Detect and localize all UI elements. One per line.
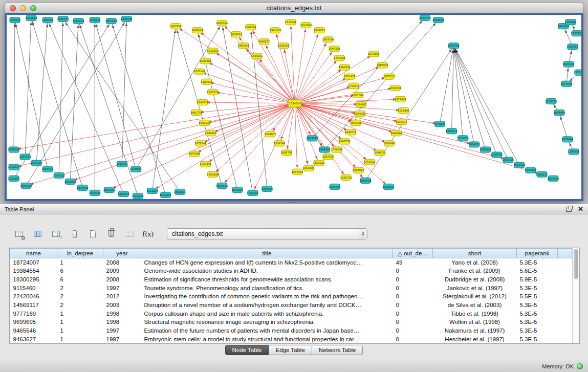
table-row[interactable]: 946362711997Embryonic stem cells: a mode… — [10, 335, 572, 343]
graph-node[interactable]: 1514544 — [274, 141, 285, 146]
graph-edge[interactable] — [25, 18, 31, 157]
table-cell[interactable]: 1997 — [103, 335, 141, 343]
graph-node[interactable]: 1275141 — [194, 69, 205, 74]
graph-node[interactable]: 1864233 — [469, 142, 480, 147]
graph-node[interactable]: 1895758 — [339, 139, 350, 144]
table-cell[interactable]: 2003 — [103, 301, 141, 310]
column-header[interactable]: year — [103, 249, 141, 258]
column-header[interactable]: △ out_de… — [393, 249, 433, 258]
table-cell[interactable]: 18300295 — [10, 275, 57, 284]
table-cell[interactable]: 1 — [57, 335, 103, 343]
table-cell[interactable]: Stergiakouli et al. (2012) — [433, 292, 517, 301]
graph-node[interactable]: 2470525 — [105, 18, 117, 24]
graph-node[interactable]: 2526505 — [8, 147, 19, 152]
graph-node[interactable]: 1283022 — [201, 79, 212, 84]
graph-node[interactable]: 1750312 — [364, 159, 375, 165]
table-cell[interactable]: 1997 — [103, 283, 141, 292]
table-cell[interactable]: de Silva et al. (2003) — [433, 301, 517, 310]
graph-node[interactable]: 1750318 — [348, 83, 359, 89]
graph-node[interactable]: 1869544 — [360, 178, 371, 183]
table-cell[interactable]: Dudbridge et al. (2008) — [433, 275, 517, 284]
graph-node[interactable]: 1851472 — [344, 74, 355, 79]
table-cell[interactable]: 9465546 — [10, 326, 57, 335]
graph-node[interactable]: 1904552 — [536, 171, 548, 177]
table-cell[interactable]: Genome-wide association studies in ADHD. — [141, 267, 393, 275]
graph-node[interactable]: 1903232 — [232, 187, 243, 192]
graph-node[interactable]: 1924508 — [514, 162, 525, 168]
graph-edge[interactable] — [153, 103, 295, 191]
table-cell[interactable]: Wolkin et al. (1998) — [433, 318, 517, 326]
graph-node[interactable]: 1646257 — [258, 39, 270, 45]
table-cell[interactable]: 6 — [57, 275, 103, 284]
graph-edge[interactable] — [295, 103, 324, 150]
graph-node[interactable]: 2247054 — [216, 20, 228, 26]
graph-node[interactable]: 1925303 — [116, 161, 127, 167]
graph-node[interactable]: 1812202 — [207, 48, 219, 54]
graph-node[interactable]: 1604748 — [389, 85, 401, 91]
graph-edge[interactable] — [284, 46, 295, 103]
graph-node[interactable]: 1864925 — [353, 167, 364, 173]
table-cell[interactable]: 5.3E-5 — [517, 258, 558, 267]
column-header[interactable]: short — [433, 249, 517, 258]
graph-node[interactable]: 1514460 — [398, 108, 409, 114]
graph-node[interactable]: 1895756 — [281, 150, 292, 156]
table-cell[interactable]: Disruption of a novel member of a sodium… — [141, 301, 393, 310]
graph-edge[interactable] — [563, 26, 573, 47]
table-cell[interactable]: 1997 — [103, 326, 141, 335]
graph-node[interactable]: 1649773 — [345, 129, 356, 135]
graph-node[interactable]: 1648046 — [390, 130, 402, 136]
graph-node[interactable]: 1933032 — [77, 185, 88, 190]
table-cell[interactable]: 0 — [393, 267, 433, 275]
graph-node[interactable]: 1842004 — [192, 28, 203, 33]
table-cell[interactable]: 22420046 — [10, 292, 57, 301]
graph-edge[interactable] — [440, 46, 454, 124]
graph-edge[interactable] — [295, 25, 306, 103]
graph-node[interactable]: 9273444 — [562, 137, 573, 142]
table-cell[interactable]: 0 — [393, 301, 433, 310]
graph-node[interactable]: 2247022 — [292, 169, 303, 174]
graph-node[interactable]: 2306713 — [197, 99, 208, 105]
graph-node[interactable]: 1997133 — [199, 120, 210, 126]
graph-node[interactable]: 1861733 — [191, 110, 202, 116]
graph-node[interactable]: 2033253 — [160, 192, 171, 198]
table-cell[interactable]: 2008 — [103, 275, 141, 284]
graph-node[interactable]: 1813042 — [300, 23, 312, 28]
graph-node[interactable]: 1956535 — [9, 17, 20, 23]
graph-node[interactable]: 1662851 — [314, 28, 325, 33]
column-header[interactable]: title — [141, 249, 393, 258]
delete-entries-button[interactable] — [104, 227, 118, 240]
graph-edge[interactable] — [454, 46, 486, 149]
graph-edge[interactable] — [324, 20, 438, 149]
graph-node[interactable]: 1750446 — [200, 161, 211, 167]
table-cell[interactable]: 1 — [57, 318, 103, 326]
graph-node[interactable]: 1514545 — [307, 136, 318, 141]
graph-node[interactable]: 1904744 — [319, 147, 330, 152]
table-cell[interactable]: 0 — [393, 309, 433, 318]
graph-edge[interactable] — [70, 103, 295, 182]
table-cell[interactable]: Tibbo et al. (1998) — [433, 309, 517, 318]
table-cell[interactable]: 19384554 — [10, 267, 57, 275]
graph-node[interactable]: 1950513 — [42, 166, 53, 172]
table-cell[interactable]: 18724007 — [10, 258, 57, 267]
graph-node[interactable]: 1853032 — [216, 183, 228, 188]
table-cell[interactable]: 0 — [393, 335, 433, 343]
graph-node[interactable]: 1757284 — [334, 55, 345, 61]
minimize-window-button[interactable] — [20, 5, 26, 11]
graph-node[interactable]: 1550204 — [303, 165, 314, 171]
table-cell[interactable]: 2008 — [103, 258, 141, 267]
graph-node[interactable]: 1905013 — [53, 172, 64, 178]
graph-edge[interactable] — [295, 103, 440, 124]
graph-node[interactable]: 2046020 — [374, 150, 385, 156]
table-row[interactable]: 977716911998Corpus callosum shape and si… — [10, 309, 572, 318]
table-row[interactable]: 1456911722003Disruption of a novel membe… — [10, 301, 572, 310]
show-columns-button[interactable] — [31, 227, 45, 240]
table-cell[interactable]: 5.6E-5 — [517, 267, 558, 275]
table-cell[interactable]: Estimation of the future numbers of pati… — [141, 326, 393, 335]
table-cell[interactable]: Embryonic stem cells: a model to study s… — [141, 335, 393, 343]
table-row[interactable]: 2242004622012Investigating the contribut… — [10, 292, 572, 301]
scrollbar-thumb[interactable] — [574, 249, 578, 279]
graph-node[interactable]: 1672544 — [195, 141, 206, 146]
graph-edge[interactable] — [559, 113, 568, 139]
graph-node[interactable]: 2250332 — [103, 187, 115, 192]
table-cell[interactable]: Structural magnetic resonance image aver… — [141, 318, 393, 326]
